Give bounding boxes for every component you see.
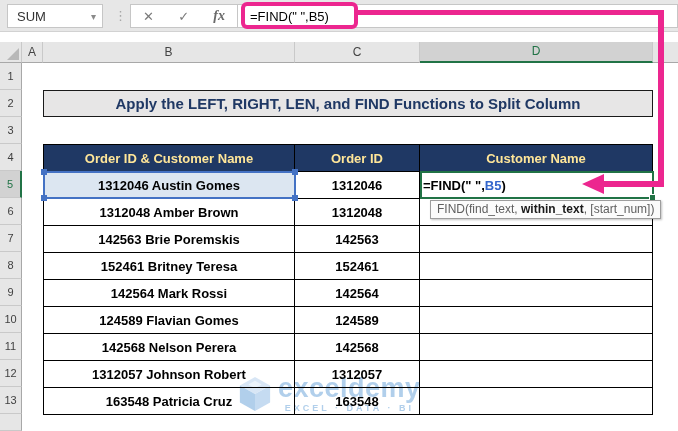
tooltip-current-arg: within_text [521, 202, 584, 216]
row-header-4[interactable]: 4 [0, 144, 22, 171]
row-header-9[interactable]: 9 [0, 279, 22, 306]
title-cell: Apply the LEFT, RIGHT, LEN, and FIND Fun… [43, 90, 653, 117]
name-box[interactable]: SUM ▾ [7, 4, 103, 28]
select-all-triangle-icon [7, 48, 19, 60]
annotation-arrow-shaft [604, 181, 664, 187]
annotation-arrowhead-icon [582, 174, 604, 194]
row-header-14-partial[interactable] [0, 414, 22, 431]
name-box-value: SUM [17, 9, 46, 24]
column-header-a[interactable]: A [22, 42, 43, 63]
cell-c11[interactable]: 142568 [295, 334, 420, 361]
cell-d9[interactable] [420, 280, 653, 307]
row-header-8[interactable]: 8 [0, 252, 22, 279]
formula-suffix: ) [501, 178, 505, 193]
cell-d11[interactable] [420, 334, 653, 361]
function-tooltip: FIND(find_text, within_text, [start_num]… [430, 200, 661, 219]
row-header-13[interactable]: 13 [0, 387, 22, 414]
cell-b9[interactable]: 142564 Mark Rossi [44, 280, 295, 307]
cell-d12[interactable] [420, 361, 653, 388]
tooltip-prefix: FIND(find_text, [437, 202, 521, 216]
cell-c10[interactable]: 124589 [295, 307, 420, 334]
cell-d8[interactable] [420, 253, 653, 280]
row-header-11[interactable]: 11 [0, 333, 22, 360]
row-header-1[interactable]: 1 [0, 63, 22, 90]
tooltip-suffix: , [start_num]) [584, 202, 655, 216]
cell-d7[interactable] [420, 226, 653, 253]
row-header-5[interactable]: 5 [0, 171, 22, 198]
cell-c5[interactable]: 1312046 [295, 172, 420, 199]
formula-highlight-box [241, 2, 358, 29]
cell-c7[interactable]: 142563 [295, 226, 420, 253]
exceldemy-logo-icon [238, 375, 272, 413]
cell-b10[interactable]: 124589 Flavian Gomes [44, 307, 295, 334]
row-header-2[interactable]: 2 [0, 90, 22, 117]
row-header-column: 1 2 3 4 5 6 7 8 9 10 11 12 13 [0, 63, 22, 431]
select-all-corner[interactable] [0, 42, 22, 63]
column-header-d[interactable]: D [420, 42, 653, 63]
row-header-12[interactable]: 12 [0, 360, 22, 387]
cell-b7[interactable]: 142563 Brie Poremskis [44, 226, 295, 253]
cell-c9[interactable]: 142564 [295, 280, 420, 307]
column-header-c[interactable]: C [295, 42, 420, 63]
row-header-3[interactable]: 3 [0, 117, 22, 144]
row-header-7[interactable]: 7 [0, 225, 22, 252]
separator-dots-icon: ⋮ [114, 4, 126, 28]
cancel-icon[interactable]: ✕ [143, 9, 154, 24]
table-header-combined[interactable]: Order ID & Customer Name [44, 145, 295, 172]
formula-buttons: ✕ ✓ fx [130, 4, 237, 28]
column-header-row: A B C D [0, 42, 678, 63]
cell-d10[interactable] [420, 307, 653, 334]
excel-window: SUM ▾ ⋮ ✕ ✓ fx =FIND(" ",B5) A B C D 1 2… [0, 0, 678, 431]
annotation-line-top [356, 10, 664, 15]
cell-d13[interactable] [420, 388, 653, 415]
row-header-6[interactable]: 6 [0, 198, 22, 225]
sheet-title: Apply the LEFT, RIGHT, LEN, and FIND Fun… [116, 95, 581, 112]
cell-c6[interactable]: 1312048 [295, 199, 420, 226]
cell-b5[interactable]: 1312046 Austin Gomes [44, 172, 295, 199]
column-header-e-partial[interactable] [653, 42, 678, 63]
enter-icon[interactable]: ✓ [178, 9, 189, 24]
watermark-tagline: EXCEL · DATA · BI [285, 403, 414, 413]
column-header-b[interactable]: B [43, 42, 295, 63]
formula-prefix: =FIND(" ", [423, 178, 485, 193]
row-header-10[interactable]: 10 [0, 306, 22, 333]
cell-c8[interactable]: 152461 [295, 253, 420, 280]
formula-reference: B5 [485, 178, 502, 193]
watermark: exceldemy EXCEL · DATA · BI [238, 374, 421, 413]
watermark-name: exceldemy [278, 374, 421, 402]
annotation-line-right [658, 10, 664, 187]
insert-function-icon[interactable]: fx [213, 8, 225, 24]
name-box-dropdown-icon[interactable]: ▾ [91, 11, 96, 22]
cell-b11[interactable]: 142568 Nelson Perera [44, 334, 295, 361]
cell-b6[interactable]: 1312048 Amber Brown [44, 199, 295, 226]
table-header-customer-name[interactable]: Customer Name [420, 145, 653, 172]
cell-b8[interactable]: 152461 Britney Teresa [44, 253, 295, 280]
table-header-order-id[interactable]: Order ID [295, 145, 420, 172]
